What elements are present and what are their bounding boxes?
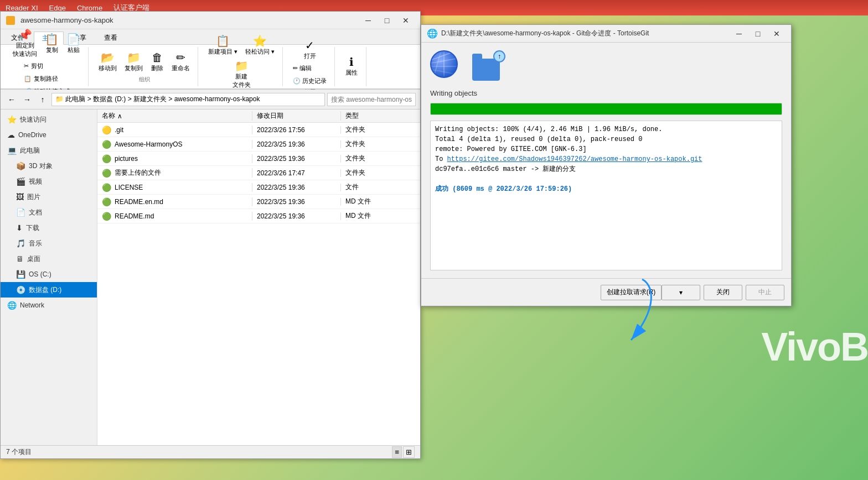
- column-type[interactable]: 类型: [341, 111, 385, 121]
- globe-icon: [430, 50, 461, 81]
- sidebar-item-downloads[interactable]: ⬇ 下载: [1, 220, 97, 236]
- organize-group: 📂 移动到 📁 复制到 🗑 删除 ✏ 重命名: [91, 47, 198, 86]
- up-button[interactable]: ↑: [36, 93, 49, 106]
- close-button[interactable]: ✕: [397, 14, 415, 27]
- file-name: pictures: [115, 155, 138, 163]
- column-name[interactable]: 名称 ∧: [97, 111, 252, 121]
- copy-to-button[interactable]: 📁 复制到: [121, 50, 146, 75]
- sidebar-item-onedrive[interactable]: ☁ OneDrive: [1, 127, 97, 143]
- create-pr-dropdown[interactable]: ▾: [662, 285, 700, 300]
- easy-access-button[interactable]: ⭐ 轻松访问 ▾: [242, 33, 278, 58]
- details-view-button[interactable]: ≡: [392, 446, 402, 458]
- table-row[interactable]: 🟢 LICENSE 2022/3/25 19:36 文件: [97, 180, 420, 195]
- copy-button[interactable]: 📋 复制: [42, 32, 62, 56]
- d-drive-icon: 💿: [16, 285, 25, 294]
- properties-button[interactable]: ℹ 属性: [342, 54, 361, 79]
- sidebar-item-videos[interactable]: 🎬 视频: [1, 174, 97, 189]
- progress-bar-fill: [431, 103, 782, 114]
- table-row[interactable]: 🟢 README.md 2022/3/25 19:36 MD 文件: [97, 209, 420, 223]
- sidebar-item-desktop[interactable]: 🖥 桌面: [1, 251, 97, 267]
- sidebar-item-network[interactable]: 🌐 Network: [1, 298, 97, 313]
- pin-icon: 📌: [18, 29, 32, 40]
- open-button[interactable]: ✓ 打开: [300, 38, 320, 62]
- sidebar-item-quick-access[interactable]: ⭐ 快速访问: [1, 112, 97, 127]
- tortoise-restore-button[interactable]: □: [749, 28, 767, 40]
- quick-access-icon: ⭐: [7, 115, 17, 124]
- log-line-4: To https://gitee.com/Shadows1946397262/a…: [435, 154, 777, 164]
- sidebar-item-music[interactable]: 🎵 音乐: [1, 236, 97, 251]
- log-line-5: dc97efa..e01c6c6 master -> 新建的分支: [435, 164, 777, 174]
- file-name: .git: [115, 126, 123, 134]
- tortoise-content: ↑ Writing objects Writing objects: 100% …: [421, 43, 791, 278]
- sidebar-item-3d-objects[interactable]: 📦 3D 对象: [1, 158, 97, 174]
- onedrive-label: OneDrive: [18, 131, 46, 139]
- sidebar-item-c-drive[interactable]: 💾 OS (C:): [1, 267, 97, 282]
- table-row[interactable]: 🟢 README.en.md 2022/3/25 19:36 MD 文件: [97, 195, 420, 209]
- pin-button[interactable]: 📌 固定到 快速访问: [9, 27, 40, 60]
- delete-icon: 🗑: [152, 52, 163, 63]
- file-date: 2022/3/25 19:36: [257, 155, 305, 163]
- c-drive-label: OS (C:): [29, 270, 51, 278]
- progress-bar-container: [430, 103, 782, 115]
- sidebar-item-this-pc[interactable]: 💻 此电脑: [1, 143, 97, 158]
- delete-button[interactable]: 🗑 删除: [147, 50, 167, 75]
- history-button[interactable]: 🕐 历史记录: [290, 75, 330, 87]
- status-bar: 7 个项目 ≡ ⊞: [1, 445, 420, 458]
- this-pc-label: 此电脑: [20, 146, 40, 155]
- file-name: README.md: [115, 212, 154, 220]
- move-icon: 📂: [101, 52, 115, 63]
- create-pr-button[interactable]: 创建拉取请求(R): [601, 285, 662, 300]
- sidebar-item-documents[interactable]: 📄 文档: [1, 205, 97, 220]
- minimize-button[interactable]: ─: [359, 14, 377, 27]
- cancel-button[interactable]: 中止: [746, 285, 784, 300]
- open-icon: ✓: [305, 40, 314, 51]
- edit-button[interactable]: ✏ 编辑: [290, 62, 330, 74]
- table-row[interactable]: 🟢 Awesome-HarmonyOS 2022/3/25 19:36 文件夹: [97, 137, 420, 152]
- log-empty-line: [435, 174, 777, 184]
- search-input[interactable]: [327, 93, 416, 106]
- git-url-link[interactable]: https://gitee.com/Shadows1946397262/awes…: [447, 155, 702, 163]
- file-type: MD 文件: [345, 197, 371, 205]
- move-to-button[interactable]: 📂 移动到: [95, 50, 120, 75]
- forward-button[interactable]: →: [20, 93, 34, 106]
- 3d-objects-icon: 📦: [16, 161, 25, 170]
- copy-icon: 📋: [45, 34, 59, 45]
- new-folder-button[interactable]: 📁 新建 文件夹: [219, 58, 264, 91]
- file-icon: 🟢: [102, 183, 111, 192]
- table-row[interactable]: 🟢 pictures 2022/3/25 19:36 文件夹: [97, 152, 420, 166]
- tortoise-titlebar: 🌐 D:\新建文件夹\awesome-harmony-os-kapok - Gi…: [421, 25, 791, 43]
- tab-view[interactable]: 查看: [96, 31, 126, 44]
- copy-path-button[interactable]: 📋 复制路径: [20, 73, 73, 85]
- ribbon-content: 📌 固定到 快速访问 📋 复制 📄 粘贴 ✂ 剪切 📋 复制路: [1, 45, 420, 89]
- copy-to-icon: 📁: [127, 52, 141, 63]
- rename-button[interactable]: ✏ 重命名: [168, 50, 193, 75]
- network-icon: 🌐: [7, 301, 17, 310]
- sidebar-item-pictures[interactable]: 🖼 图片: [1, 189, 97, 205]
- column-date[interactable]: 修改日期: [252, 111, 341, 121]
- table-row[interactable]: 🟢 需要上传的文件 2022/3/26 17:47 文件夹: [97, 166, 420, 180]
- file-date: 2022/3/25 19:36: [257, 184, 305, 191]
- file-type: 文件: [345, 183, 359, 191]
- table-row[interactable]: 🟡 .git 2022/3/26 17:56 文件夹: [97, 123, 420, 137]
- new-item-button[interactable]: 📋 新建项目 ▾: [205, 33, 241, 58]
- log-line-2: Total 4 (delta 1), reused 0 (delta 0), p…: [435, 134, 777, 144]
- file-list-header: 名称 ∧ 修改日期 类型: [97, 109, 420, 123]
- tortoise-minimize-button[interactable]: ─: [730, 28, 748, 40]
- folder-icon: 🟢: [102, 154, 111, 163]
- view-buttons: ≡ ⊞: [392, 446, 415, 458]
- paste-button[interactable]: 📄 粘贴: [63, 32, 84, 56]
- large-icons-view-button[interactable]: ⊞: [403, 446, 415, 458]
- explorer-main: ⭐ 快速访问 ☁ OneDrive 💻 此电脑 📦 3D 对象 🎬 视频 🖼: [1, 109, 420, 445]
- properties-icon: ℹ: [349, 56, 354, 67]
- sidebar-item-d-drive[interactable]: 💿 数据盘 (D:): [1, 282, 97, 298]
- file-type: 文件夹: [345, 154, 365, 162]
- clipboard-buttons: 📌 固定到 快速访问 📋 复制 📄 粘贴: [9, 27, 84, 60]
- address-input[interactable]: 📁 此电脑 > 数据盘 (D:) > 新建文件夹 > awesome-harmo…: [51, 93, 325, 106]
- maximize-button[interactable]: □: [378, 14, 396, 27]
- videos-icon: 🎬: [16, 177, 25, 186]
- new-item-icon: 📋: [216, 35, 230, 46]
- cut-button[interactable]: ✂ 剪切: [20, 60, 73, 72]
- tortoise-close-button[interactable]: ✕: [768, 28, 786, 40]
- close-button[interactable]: 关闭: [704, 285, 742, 300]
- back-button[interactable]: ←: [5, 93, 18, 106]
